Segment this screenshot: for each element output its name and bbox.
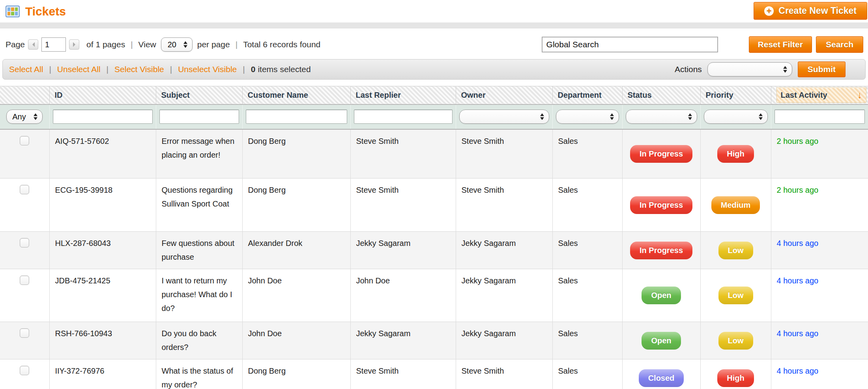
column-header-id[interactable]: ID bbox=[49, 86, 156, 104]
records-found-label: Total 6 records found bbox=[243, 40, 320, 49]
last-replier-cell: Jekky Sagaram bbox=[350, 232, 456, 269]
subject-cell: Error message when placing an order! bbox=[156, 129, 242, 179]
select-arrows-icon bbox=[540, 112, 544, 122]
column-header-last-replier[interactable]: Last Replier bbox=[350, 86, 456, 104]
global-search-input[interactable] bbox=[542, 37, 718, 52]
create-new-ticket-label: Create New Ticket bbox=[778, 6, 857, 16]
customer-name-cell: Dong Berg bbox=[242, 179, 350, 232]
department-cell: Sales bbox=[552, 232, 622, 269]
ticket-row[interactable]: HLX-287-68043 Few questions about purcha… bbox=[0, 232, 868, 269]
last-replier-cell: John Doe bbox=[350, 269, 456, 322]
previous-page-icon bbox=[30, 42, 35, 47]
ticket-id-cell: ECG-195-39918 bbox=[49, 179, 156, 232]
status-badge: In Progress bbox=[630, 145, 692, 163]
subject-cell: Do you do back orders? bbox=[156, 322, 242, 359]
priority-badge: Low bbox=[718, 287, 753, 304]
subject-cell: Questions regarding Sullivan Sport Coat bbox=[156, 179, 242, 232]
subject-filter-input[interactable] bbox=[159, 110, 239, 124]
sort-descending-icon: ↓ bbox=[857, 89, 862, 101]
department-cell: Sales bbox=[552, 129, 622, 179]
search-button[interactable]: Search bbox=[816, 36, 863, 53]
owner-cell: Jekky Sagaram bbox=[456, 322, 552, 359]
ticket-row[interactable]: IIY-372-76976 What is the status of my o… bbox=[0, 359, 868, 389]
row-checkbox[interactable] bbox=[20, 136, 29, 145]
unselect-visible-link[interactable]: Unselect Visible bbox=[178, 65, 237, 74]
last-activity-label: 4 hours ago bbox=[777, 367, 819, 375]
column-header-checkbox bbox=[0, 86, 49, 104]
subject-cell: What is the status of my order? bbox=[156, 359, 242, 389]
row-checkbox[interactable] bbox=[20, 238, 29, 248]
select-visible-link[interactable]: Select Visible bbox=[114, 65, 164, 74]
submit-button[interactable]: Submit bbox=[798, 61, 846, 77]
selected-count: 0 bbox=[251, 65, 256, 74]
subject-cell: I want to return my purchase! What do I … bbox=[156, 269, 242, 322]
per-page-value: 20 bbox=[168, 40, 176, 49]
status-badge: Open bbox=[642, 332, 681, 350]
department-cell: Sales bbox=[552, 359, 622, 389]
owner-cell: Steve Smith bbox=[456, 359, 552, 389]
last-activity-filter-input[interactable] bbox=[774, 110, 865, 124]
priority-filter-select[interactable] bbox=[704, 110, 768, 124]
last-replier-filter-input[interactable] bbox=[354, 110, 453, 124]
next-page-button[interactable] bbox=[69, 39, 79, 50]
customer-name-filter-input[interactable] bbox=[246, 110, 347, 124]
customer-name-cell: John Doe bbox=[242, 269, 350, 322]
column-header-priority[interactable]: Priority bbox=[700, 86, 771, 104]
last-activity-label: 4 hours ago bbox=[777, 239, 819, 248]
row-checkbox[interactable] bbox=[20, 328, 29, 338]
column-header-customer-name[interactable]: Customer Name bbox=[242, 86, 350, 104]
page-number-input[interactable] bbox=[41, 37, 66, 52]
column-header-owner[interactable]: Owner bbox=[456, 86, 552, 104]
mass-actions-bar: Select All | Unselect All | Select Visib… bbox=[2, 59, 866, 80]
row-checkbox[interactable] bbox=[20, 366, 29, 375]
page-header: Tickets + Create New Ticket bbox=[0, 0, 868, 22]
select-arrows-icon bbox=[688, 112, 692, 122]
any-filter-select[interactable]: Any bbox=[6, 110, 43, 124]
row-checkbox[interactable] bbox=[20, 185, 29, 194]
reset-filter-button[interactable]: Reset Filter bbox=[749, 36, 812, 53]
page-label: Page bbox=[6, 40, 25, 49]
page-title: Tickets bbox=[25, 5, 66, 18]
selected-count-label: items selected bbox=[258, 65, 311, 74]
status-filter-select[interactable] bbox=[626, 110, 697, 124]
column-header-department[interactable]: Department bbox=[552, 86, 622, 104]
per-page-select[interactable]: 20 bbox=[161, 37, 193, 52]
select-all-link[interactable]: Select All bbox=[9, 65, 43, 74]
row-checkbox[interactable] bbox=[20, 275, 29, 285]
tickets-grid: IDSubjectCustomer NameLast ReplierOwnerD… bbox=[0, 86, 868, 389]
ticket-id-cell: IIY-372-76976 bbox=[49, 359, 156, 389]
column-header-last-activity[interactable]: Last Activity↓ bbox=[771, 86, 868, 104]
department-filter-select[interactable] bbox=[556, 110, 619, 124]
plus-icon: + bbox=[764, 6, 774, 16]
ticket-id-cell: JDB-475-21425 bbox=[49, 269, 156, 322]
header-divider bbox=[0, 22, 868, 28]
actions-select[interactable] bbox=[707, 62, 792, 76]
subject-cell: Few questions about purchase bbox=[156, 232, 242, 269]
department-cell: Sales bbox=[552, 179, 622, 232]
customer-name-cell: Dong Berg bbox=[242, 359, 350, 389]
priority-badge: Low bbox=[718, 332, 753, 350]
select-arrows-icon bbox=[183, 39, 187, 50]
ticket-row[interactable]: JDB-475-21425 I want to return my purcha… bbox=[0, 269, 868, 322]
status-badge: Closed bbox=[639, 369, 684, 387]
id-filter-input[interactable] bbox=[53, 110, 153, 124]
department-cell: Sales bbox=[552, 322, 622, 359]
ticket-row[interactable]: ECG-195-39918 Questions regarding Sulliv… bbox=[0, 179, 868, 232]
status-badge: Open bbox=[642, 287, 681, 304]
create-new-ticket-button[interactable]: + Create New Ticket bbox=[754, 2, 867, 20]
last-activity-label: 2 hours ago bbox=[777, 137, 819, 145]
ticket-row[interactable]: RSH-766-10943 Do you do back orders? Joh… bbox=[0, 322, 868, 359]
owner-cell: Steve Smith bbox=[456, 129, 552, 179]
column-header-status[interactable]: Status bbox=[622, 86, 700, 104]
previous-page-button[interactable] bbox=[28, 39, 38, 50]
last-replier-cell: Jekky Sagaram bbox=[350, 322, 456, 359]
any-filter-value: Any bbox=[12, 112, 26, 121]
owner-cell: Jekky Sagaram bbox=[456, 232, 552, 269]
column-header-subject[interactable]: Subject bbox=[156, 86, 242, 104]
owner-filter-select[interactable] bbox=[459, 110, 549, 124]
last-replier-cell: Steve Smith bbox=[350, 179, 456, 232]
last-replier-cell: Steve Smith bbox=[350, 359, 456, 389]
unselect-all-link[interactable]: Unselect All bbox=[57, 65, 101, 74]
ticket-row[interactable]: AIQ-571-57602 Error message when placing… bbox=[0, 129, 868, 179]
last-activity-label: 2 hours ago bbox=[777, 186, 819, 194]
